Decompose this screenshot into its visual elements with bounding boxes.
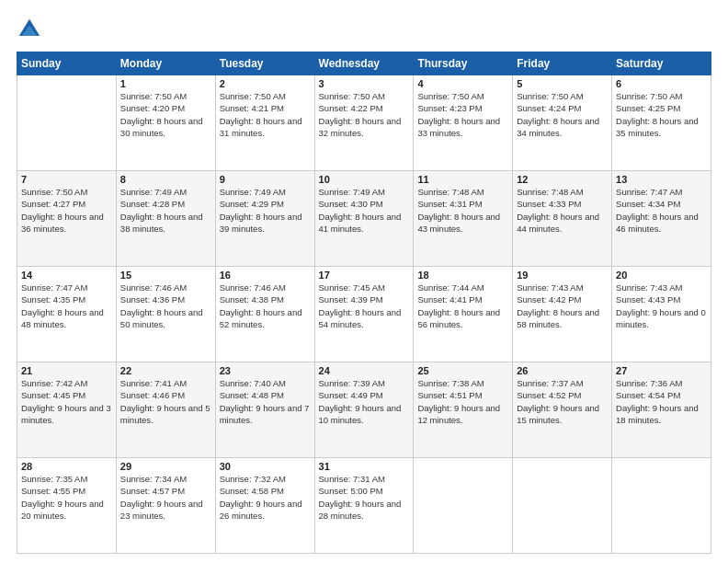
logo xyxy=(17,17,46,42)
calendar-cell: 2Sunrise: 7:50 AMSunset: 4:21 PMDaylight… xyxy=(215,75,314,171)
day-number: 12 xyxy=(517,174,608,185)
weekday-header-sunday: Sunday xyxy=(17,52,117,75)
calendar-cell: 7Sunrise: 7:50 AMSunset: 4:27 PMDaylight… xyxy=(17,171,117,267)
day-info: Sunrise: 7:50 AMSunset: 4:25 PMDaylight:… xyxy=(616,90,707,139)
calendar-cell: 20Sunrise: 7:43 AMSunset: 4:43 PMDayligh… xyxy=(612,267,711,362)
calendar-cell: 29Sunrise: 7:34 AMSunset: 4:57 PMDayligh… xyxy=(116,458,215,554)
calendar-cell: 23Sunrise: 7:40 AMSunset: 4:48 PMDayligh… xyxy=(215,362,314,458)
day-info: Sunrise: 7:46 AMSunset: 4:36 PMDaylight:… xyxy=(120,282,211,330)
day-number: 27 xyxy=(616,365,707,376)
day-info: Sunrise: 7:38 AMSunset: 4:51 PMDaylight:… xyxy=(417,377,508,426)
day-number: 9 xyxy=(220,174,311,185)
calendar-table: SundayMondayTuesdayWednesdayThursdayFrid… xyxy=(17,52,711,554)
logo-icon xyxy=(17,17,42,42)
calendar-cell: 16Sunrise: 7:46 AMSunset: 4:38 PMDayligh… xyxy=(215,267,314,362)
calendar-cell: 26Sunrise: 7:37 AMSunset: 4:52 PMDayligh… xyxy=(513,362,612,458)
header-row: SundayMondayTuesdayWednesdayThursdayFrid… xyxy=(17,52,711,75)
calendar-cell: 1Sunrise: 7:50 AMSunset: 4:20 PMDaylight… xyxy=(116,75,215,171)
calendar-cell: 24Sunrise: 7:39 AMSunset: 4:49 PMDayligh… xyxy=(314,362,414,458)
calendar-cell: 28Sunrise: 7:35 AMSunset: 4:55 PMDayligh… xyxy=(17,458,117,554)
day-number: 30 xyxy=(220,461,311,472)
calendar-cell: 15Sunrise: 7:46 AMSunset: 4:36 PMDayligh… xyxy=(116,267,215,362)
day-number: 18 xyxy=(417,270,508,281)
day-info: Sunrise: 7:47 AMSunset: 4:35 PMDaylight:… xyxy=(21,282,112,330)
day-info: Sunrise: 7:50 AMSunset: 4:24 PMDaylight:… xyxy=(517,90,608,139)
weekday-header-saturday: Saturday xyxy=(612,52,711,75)
calendar-cell xyxy=(513,458,612,554)
calendar-week-5: 28Sunrise: 7:35 AMSunset: 4:55 PMDayligh… xyxy=(17,458,711,554)
day-number: 16 xyxy=(220,270,311,281)
day-info: Sunrise: 7:50 AMSunset: 4:22 PMDaylight:… xyxy=(319,90,410,139)
weekday-header-thursday: Thursday xyxy=(414,52,513,75)
day-number: 17 xyxy=(319,270,410,281)
calendar-cell: 5Sunrise: 7:50 AMSunset: 4:24 PMDaylight… xyxy=(513,75,612,171)
day-info: Sunrise: 7:50 AMSunset: 4:20 PMDaylight:… xyxy=(120,90,211,139)
day-number: 21 xyxy=(21,365,112,376)
calendar-cell: 19Sunrise: 7:43 AMSunset: 4:42 PMDayligh… xyxy=(513,267,612,362)
day-number: 26 xyxy=(517,365,608,376)
day-info: Sunrise: 7:48 AMSunset: 4:33 PMDaylight:… xyxy=(517,186,608,235)
day-info: Sunrise: 7:35 AMSunset: 4:55 PMDaylight:… xyxy=(21,473,112,522)
day-info: Sunrise: 7:43 AMSunset: 4:42 PMDaylight:… xyxy=(517,282,608,330)
weekday-header-tuesday: Tuesday xyxy=(215,52,314,75)
calendar-cell: 18Sunrise: 7:44 AMSunset: 4:41 PMDayligh… xyxy=(414,267,513,362)
day-number: 7 xyxy=(21,174,112,185)
day-number: 15 xyxy=(120,270,211,281)
day-info: Sunrise: 7:48 AMSunset: 4:31 PMDaylight:… xyxy=(417,186,508,235)
day-number: 23 xyxy=(220,365,311,376)
day-info: Sunrise: 7:36 AMSunset: 4:54 PMDaylight:… xyxy=(616,377,707,426)
calendar-cell: 30Sunrise: 7:32 AMSunset: 4:58 PMDayligh… xyxy=(215,458,314,554)
day-info: Sunrise: 7:41 AMSunset: 4:46 PMDaylight:… xyxy=(120,377,211,426)
day-number: 11 xyxy=(417,174,508,185)
day-info: Sunrise: 7:47 AMSunset: 4:34 PMDaylight:… xyxy=(616,186,707,235)
calendar-cell xyxy=(612,458,711,554)
day-info: Sunrise: 7:45 AMSunset: 4:39 PMDaylight:… xyxy=(319,282,410,330)
day-info: Sunrise: 7:50 AMSunset: 4:21 PMDaylight:… xyxy=(220,90,311,139)
day-info: Sunrise: 7:49 AMSunset: 4:29 PMDaylight:… xyxy=(220,186,311,235)
day-number: 20 xyxy=(616,270,707,281)
day-number: 24 xyxy=(319,365,410,376)
calendar-cell: 12Sunrise: 7:48 AMSunset: 4:33 PMDayligh… xyxy=(513,171,612,267)
day-number: 22 xyxy=(120,365,211,376)
calendar-header: SundayMondayTuesdayWednesdayThursdayFrid… xyxy=(17,52,711,75)
day-number: 28 xyxy=(21,461,112,472)
day-number: 5 xyxy=(517,78,608,89)
day-info: Sunrise: 7:44 AMSunset: 4:41 PMDaylight:… xyxy=(417,282,508,330)
calendar-week-3: 14Sunrise: 7:47 AMSunset: 4:35 PMDayligh… xyxy=(17,267,711,362)
day-number: 31 xyxy=(319,461,410,472)
day-number: 13 xyxy=(616,174,707,185)
day-number: 29 xyxy=(120,461,211,472)
day-info: Sunrise: 7:34 AMSunset: 4:57 PMDaylight:… xyxy=(120,473,211,522)
day-number: 19 xyxy=(517,270,608,281)
weekday-header-wednesday: Wednesday xyxy=(314,52,414,75)
day-number: 4 xyxy=(417,78,508,89)
day-number: 14 xyxy=(21,270,112,281)
day-number: 25 xyxy=(417,365,508,376)
calendar-body: 1Sunrise: 7:50 AMSunset: 4:20 PMDaylight… xyxy=(17,75,711,554)
day-info: Sunrise: 7:49 AMSunset: 4:30 PMDaylight:… xyxy=(319,186,410,235)
calendar-cell: 9Sunrise: 7:49 AMSunset: 4:29 PMDaylight… xyxy=(215,171,314,267)
calendar-cell: 22Sunrise: 7:41 AMSunset: 4:46 PMDayligh… xyxy=(116,362,215,458)
calendar-week-1: 1Sunrise: 7:50 AMSunset: 4:20 PMDaylight… xyxy=(17,75,711,171)
day-info: Sunrise: 7:31 AMSunset: 5:00 PMDaylight:… xyxy=(319,473,410,522)
calendar-cell: 6Sunrise: 7:50 AMSunset: 4:25 PMDaylight… xyxy=(612,75,711,171)
calendar-cell: 17Sunrise: 7:45 AMSunset: 4:39 PMDayligh… xyxy=(314,267,414,362)
day-number: 8 xyxy=(120,174,211,185)
calendar-cell: 21Sunrise: 7:42 AMSunset: 4:45 PMDayligh… xyxy=(17,362,117,458)
calendar-cell xyxy=(17,75,117,171)
day-info: Sunrise: 7:40 AMSunset: 4:48 PMDaylight:… xyxy=(220,377,311,426)
page: SundayMondayTuesdayWednesdayThursdayFrid… xyxy=(0,0,728,563)
day-number: 6 xyxy=(616,78,707,89)
weekday-header-friday: Friday xyxy=(513,52,612,75)
day-info: Sunrise: 7:42 AMSunset: 4:45 PMDaylight:… xyxy=(21,377,112,426)
day-info: Sunrise: 7:49 AMSunset: 4:28 PMDaylight:… xyxy=(120,186,211,235)
calendar-cell: 13Sunrise: 7:47 AMSunset: 4:34 PMDayligh… xyxy=(612,171,711,267)
calendar-week-2: 7Sunrise: 7:50 AMSunset: 4:27 PMDaylight… xyxy=(17,171,711,267)
calendar-cell: 8Sunrise: 7:49 AMSunset: 4:28 PMDaylight… xyxy=(116,171,215,267)
header xyxy=(17,17,711,42)
calendar-cell: 3Sunrise: 7:50 AMSunset: 4:22 PMDaylight… xyxy=(314,75,414,171)
weekday-header-monday: Monday xyxy=(116,52,215,75)
day-number: 3 xyxy=(319,78,410,89)
day-number: 2 xyxy=(220,78,311,89)
calendar-cell: 27Sunrise: 7:36 AMSunset: 4:54 PMDayligh… xyxy=(612,362,711,458)
